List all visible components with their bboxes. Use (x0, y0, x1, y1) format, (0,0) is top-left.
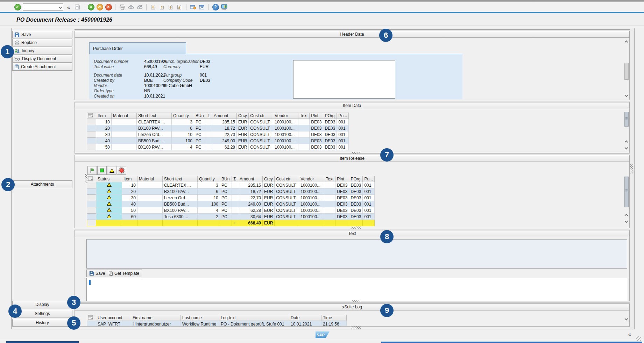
cell[interactable]: EUR (237, 119, 249, 125)
cell[interactable]: 22,70 (212, 131, 237, 138)
column-header[interactable]: Text (324, 176, 335, 182)
table-row[interactable]: 20BX100 PAV...6PC18,72EURCONSULT1000100.… (87, 188, 375, 195)
cell[interactable]: EUR (263, 195, 275, 201)
display-document-button[interactable]: Display Document (12, 55, 72, 63)
cell[interactable]: 001 (363, 182, 375, 188)
cell[interactable]: PC (220, 201, 232, 207)
splitter-grip[interactable] (352, 227, 361, 229)
cell[interactable]: 20 (96, 125, 112, 131)
select-all-button[interactable] (87, 113, 96, 119)
cell[interactable]: CLEARTEX ... (137, 119, 172, 125)
cell[interactable]: CLEARTEX ... (163, 182, 198, 188)
cell[interactable]: DE03 (349, 188, 363, 195)
column-header[interactable]: Status (96, 176, 122, 182)
splitter-grip[interactable] (352, 326, 361, 329)
cell[interactable] (87, 138, 96, 144)
scroll-up-icon[interactable] (624, 40, 628, 44)
column-header[interactable]: Crcy (263, 176, 275, 182)
column-header[interactable]: Plnt (335, 176, 349, 182)
text-save-button[interactable]: Save (86, 270, 108, 277)
cell[interactable]: CONSULT (275, 201, 299, 207)
cell[interactable]: 2 (198, 214, 220, 220)
total-currency[interactable]: EUR (263, 220, 275, 226)
cell[interactable]: 001 (363, 207, 375, 214)
cell[interactable]: Workflow Runtime (181, 321, 219, 326)
cell[interactable]: 001 (363, 188, 375, 195)
cell[interactable] (232, 195, 238, 201)
cell[interactable]: EUR (263, 214, 275, 220)
cell[interactable]: EUR (263, 207, 275, 214)
cell[interactable]: BB500 Bud... (163, 201, 198, 207)
cell[interactable] (275, 220, 299, 226)
cell[interactable] (206, 144, 212, 150)
cell[interactable] (87, 195, 96, 201)
column-header[interactable]: Log text (219, 315, 289, 321)
text-section-bar[interactable]: Text (75, 230, 630, 237)
item-release-table[interactable]: StatusItemMaterialShort textQuantityBUnΣ… (87, 176, 375, 226)
cell[interactable] (87, 125, 96, 131)
first-page-button[interactable] (150, 3, 157, 11)
cell[interactable]: DE03 (323, 144, 337, 150)
save-button[interactable]: Save (12, 31, 72, 38)
cell[interactable]: DE03 (310, 144, 323, 150)
cell[interactable]: 3 (198, 182, 220, 188)
cell[interactable]: 100 (198, 201, 220, 207)
column-header[interactable]: Short text (163, 176, 198, 182)
cell[interactable]: 50 (96, 144, 112, 150)
replace-button[interactable]: Replace (12, 39, 72, 47)
cell[interactable]: 1000100... (273, 125, 298, 131)
cell[interactable]: 001 (337, 131, 349, 138)
scrollbar-thumb[interactable] (624, 177, 629, 207)
cancel-button[interactable]: × (105, 3, 112, 11)
cell[interactable]: DE03 (323, 125, 337, 131)
table-row[interactable]: 60Tesa 6300 ...2PC30,64EURCONSULT1000100… (87, 214, 375, 220)
cell[interactable] (87, 188, 96, 195)
select-all-button[interactable] (87, 176, 96, 182)
cell[interactable]: DE03 (323, 138, 337, 144)
cell[interactable]: 249,00 (238, 201, 263, 207)
table-row[interactable]: 30Lerzen Ord...10PC22,70EURCONSULT100010… (87, 195, 375, 201)
cell[interactable]: PC (194, 138, 206, 144)
cell[interactable] (335, 220, 349, 226)
cell[interactable]: CONSULT (249, 125, 273, 131)
item-data-table[interactable]: ItemMaterialShort textQuantityBUnΣAmount… (87, 113, 349, 150)
cell[interactable]: 10 (122, 182, 137, 188)
cell[interactable]: 001 (363, 214, 375, 220)
set-green-status-button[interactable] (97, 166, 107, 175)
column-header[interactable]: Amount (238, 176, 263, 182)
cell[interactable]: 1000100... (273, 138, 298, 144)
table-row[interactable]: 10CLEARTEX ...3PC285,15EURCONSULT1000100… (87, 182, 375, 188)
cell[interactable]: CONSULT (275, 214, 299, 220)
cell[interactable] (137, 195, 163, 201)
cell[interactable] (206, 138, 212, 144)
cell[interactable]: 40 (96, 138, 112, 144)
inquiry-button[interactable]: Inquiry (12, 47, 72, 55)
cell[interactable] (298, 125, 310, 131)
cell[interactable]: DE03 (335, 195, 349, 201)
cell[interactable]: CONSULT (249, 138, 273, 144)
table-row[interactable]: 50BX100 PAV...4PC62,28EURCONSULT1000100.… (87, 207, 375, 214)
create-attachment-button[interactable]: Create Attachment (12, 63, 72, 71)
cell[interactable]: 1000100... (299, 201, 324, 207)
cell[interactable]: PC (220, 195, 232, 201)
cell[interactable] (220, 220, 232, 226)
collapse-toolbar-icon[interactable]: « (65, 3, 72, 11)
cell[interactable] (87, 182, 96, 188)
cell[interactable] (112, 144, 137, 150)
cell[interactable]: Lerzen Ord... (137, 131, 172, 138)
collapse-panel-icon[interactable]: « (628, 331, 631, 337)
cell[interactable]: Lerzen Ord... (163, 195, 198, 201)
cell[interactable] (324, 182, 335, 188)
status-cell[interactable] (96, 201, 122, 207)
cell[interactable] (298, 131, 310, 138)
cell[interactable]: 1000100... (299, 214, 324, 220)
column-header[interactable]: POrg (349, 176, 363, 182)
cell[interactable]: BX100 PAV... (163, 207, 198, 214)
cell[interactable] (232, 214, 238, 220)
cell[interactable] (206, 131, 212, 138)
cell[interactable]: PC (220, 182, 232, 188)
splitter-grip[interactable] (85, 174, 87, 183)
splitter-grip[interactable] (352, 300, 361, 302)
cell[interactable]: 001 (363, 195, 375, 201)
status-cell[interactable] (96, 182, 122, 188)
